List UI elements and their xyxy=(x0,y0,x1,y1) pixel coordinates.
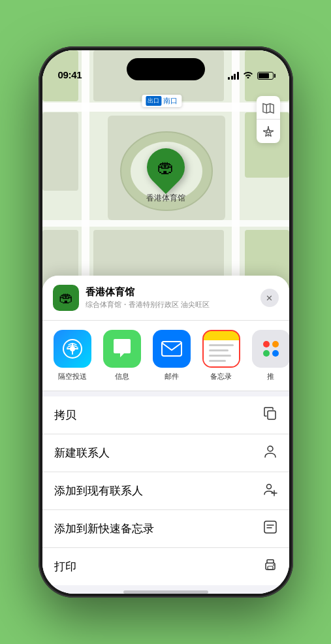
app-item-airdrop[interactable]: 隔空投送 xyxy=(48,330,97,381)
signal-bar-2 xyxy=(231,76,233,80)
copy-icon xyxy=(263,406,277,424)
notes-label: 备忘录 xyxy=(210,372,232,381)
pin-label: 香港体育馆 xyxy=(146,193,185,204)
map-controls xyxy=(257,96,280,143)
svg-rect-13 xyxy=(93,230,224,282)
quick-note-icon xyxy=(263,520,277,538)
exit-tag: 出口 xyxy=(146,96,161,106)
map-label: 出口 南口 xyxy=(142,95,181,107)
dynamic-island xyxy=(127,58,205,80)
new-contact-label: 新建联系人 xyxy=(54,445,110,460)
pin-circle: 🏟 xyxy=(138,140,192,194)
battery-fill xyxy=(259,73,270,78)
action-copy[interactable]: 拷贝 xyxy=(42,396,289,434)
copy-label: 拷贝 xyxy=(54,408,76,423)
location-card: 🏟 香港体育馆 综合体育馆・香港特别行政区 油尖旺区 ✕ xyxy=(42,276,289,321)
signal-bar-3 xyxy=(234,74,236,80)
svg-rect-26 xyxy=(268,411,276,419)
svg-point-28 xyxy=(266,485,271,489)
svg-rect-5 xyxy=(42,220,289,227)
location-info: 🏟 香港体育馆 综合体育馆・香港特别行政区 油尖旺区 xyxy=(53,285,210,311)
apps-row: 隔空投送 信息 xyxy=(42,321,289,391)
app-item-notes[interactable]: 备忘录 xyxy=(197,330,246,381)
mail-icon xyxy=(153,330,191,368)
add-existing-icon xyxy=(263,482,277,500)
venue-subtitle: 综合体育馆・香港特别行政区 油尖旺区 xyxy=(86,300,210,310)
status-icons xyxy=(228,71,274,80)
new-contact-icon xyxy=(263,444,277,462)
action-print[interactable]: 打印 xyxy=(42,548,289,585)
svg-rect-25 xyxy=(162,342,181,356)
label-text: 南口 xyxy=(163,96,178,106)
svg-rect-9 xyxy=(42,112,78,191)
share-sheet: 🏟 香港体育馆 综合体育馆・香港特别行政区 油尖旺区 ✕ xyxy=(42,276,289,594)
location-button[interactable] xyxy=(257,120,280,143)
wifi-icon xyxy=(243,71,253,80)
messages-icon xyxy=(103,330,141,368)
print-label: 打印 xyxy=(54,559,76,574)
app-item-messages[interactable]: 信息 xyxy=(97,330,147,381)
svg-point-27 xyxy=(268,446,273,451)
action-add-existing[interactable]: 添加到现有联系人 xyxy=(42,472,289,510)
app-item-more[interactable]: 推 xyxy=(246,330,289,381)
action-new-contact[interactable]: 新建联系人 xyxy=(42,434,289,472)
messages-label: 信息 xyxy=(115,372,129,381)
phone-frame: 09:41 xyxy=(39,46,293,598)
stadium-pin: 🏟 香港体育馆 xyxy=(146,148,185,204)
airdrop-icon xyxy=(54,330,91,368)
close-button[interactable]: ✕ xyxy=(260,289,279,307)
location-venue-icon: 🏟 xyxy=(53,285,79,311)
signal-bar-4 xyxy=(237,72,239,80)
pin-icon: 🏟 xyxy=(157,157,174,178)
svg-point-24 xyxy=(70,346,75,351)
add-existing-label: 添加到现有联系人 xyxy=(54,483,143,498)
phone-screen: 09:41 xyxy=(42,50,289,594)
action-list: 拷贝 新建联系人 添加到现有联系人 xyxy=(42,396,289,585)
signal-bar-1 xyxy=(228,77,230,80)
svg-rect-31 xyxy=(264,521,276,533)
airdrop-label: 隔空投送 xyxy=(58,372,87,381)
location-text: 香港体育馆 综合体育馆・香港特别行政区 油尖旺区 xyxy=(86,286,210,310)
map-type-button[interactable] xyxy=(257,96,280,120)
home-bar xyxy=(123,590,208,594)
app-item-mail[interactable]: 邮件 xyxy=(147,330,197,381)
svg-point-18 xyxy=(266,130,270,133)
action-quick-note[interactable]: 添加到新快速备忘录 xyxy=(42,510,289,548)
venue-name: 香港体育馆 xyxy=(86,286,210,298)
notes-icon xyxy=(202,330,240,368)
battery-icon xyxy=(257,72,274,80)
mail-label: 邮件 xyxy=(165,372,179,381)
more-label: 推 xyxy=(267,372,274,381)
print-icon xyxy=(263,558,277,575)
signal-bars-icon xyxy=(228,72,239,80)
svg-point-34 xyxy=(273,564,274,566)
quick-note-label: 添加到新快速备忘录 xyxy=(54,521,154,536)
status-time: 09:41 xyxy=(58,69,82,80)
more-icon xyxy=(252,330,289,368)
home-indicator xyxy=(42,585,289,594)
